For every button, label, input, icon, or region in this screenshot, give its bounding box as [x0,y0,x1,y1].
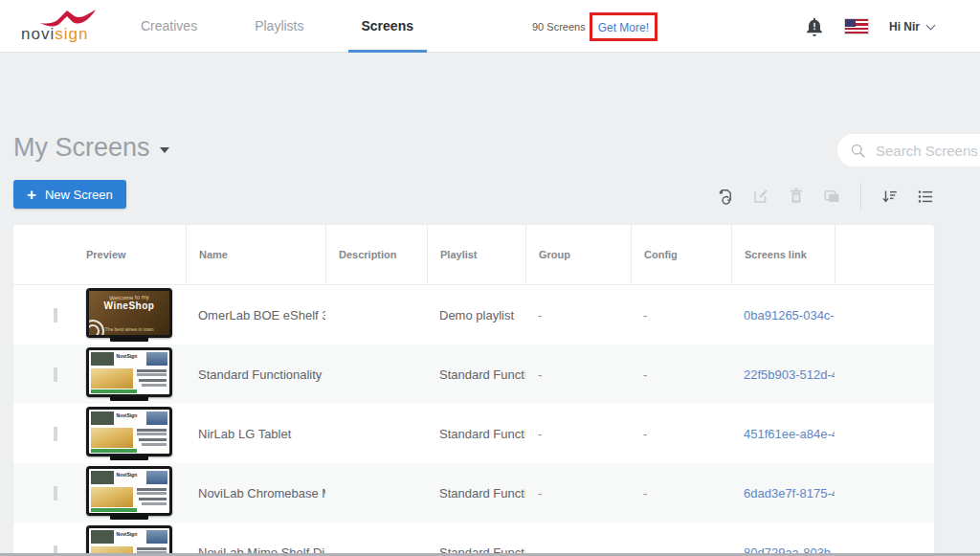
screen-playlist: Standard Function… [427,367,525,382]
new-screen-label: New Screen [45,188,113,202]
table-row[interactable]: Welcome to my WineShop The best wines in… [13,285,934,345]
column-header-extra [835,225,934,284]
screen-group: - [525,427,631,441]
table-toolbar [717,183,934,210]
screen-playlist: Standard Function… [427,486,525,500]
row-checkbox[interactable] [54,427,57,441]
screen-name: NoviLab Chromebase Mini [186,486,325,500]
page-title-dropdown[interactable]: My Screens [13,133,169,163]
table-header: Preview Name Description Playlist Group … [13,225,934,285]
tv-stand [110,515,148,520]
search-input[interactable] [876,143,980,159]
list-view-icon[interactable] [917,188,934,205]
column-header-name[interactable]: Name [186,225,325,284]
screen-preview-thumbnail[interactable]: NoviSign [86,466,172,520]
page-title: My Screens [13,133,150,163]
row-checkbox[interactable] [54,486,57,500]
screen-link[interactable]: 451f61ee-a84e-4cf… [744,427,835,441]
tv-frame: NoviSign [86,466,172,516]
toolbar-divider [860,183,861,210]
get-more-link[interactable]: Get More! [598,21,649,34]
tab-creatives[interactable]: Creatives [127,0,211,53]
tv-stand [110,456,148,460]
column-header-screens-link[interactable]: Screens link [731,225,835,284]
table-row[interactable]: NoviSign Standard Functionality Pla… Sta… [13,345,934,404]
standard-slide: NoviSign [89,350,169,394]
column-header-preview[interactable]: Preview [13,225,186,284]
tv-frame: NoviSign [86,347,172,397]
top-right-cluster: Hi Nir [805,0,934,53]
screen-config: - [631,486,731,500]
tv-frame: NoviSign [86,525,172,556]
screens-quota: 90 Screens Get More! [532,0,657,53]
novisign-logo[interactable]: novisign [21,6,109,48]
screen-name: OmerLab BOE eShelf 35 di… [186,308,325,322]
column-header-playlist[interactable]: Playlist [427,225,525,284]
table-row[interactable]: NoviSign NirLab LG Tablet Standard Funct… [13,404,934,463]
screen-link[interactable]: 22f5b903-512d-4b… [744,367,835,382]
screen-config: - [631,308,731,322]
logo-text: novisign [21,25,88,44]
screen-group: - [525,486,631,500]
delete-icon[interactable] [788,188,805,205]
tv-frame: Welcome to my WineShop The best wines in… [86,288,172,338]
screens-table: Preview Name Description Playlist Group … [13,225,934,556]
screen-preview-thumbnail[interactable]: NoviSign [86,407,172,460]
row-checkbox[interactable] [54,367,57,382]
table-row[interactable]: NoviSign NoviLab Chromebase Mini Standar… [13,463,934,523]
screen-preview-thumbnail[interactable]: NoviSign [86,347,172,401]
screen-group: - [525,308,631,322]
wifi-arcs-decoration [89,320,104,335]
title-caret-icon [160,147,169,153]
screen-preview-thumbnail[interactable]: Welcome to my WineShop The best wines in… [86,288,172,342]
get-more-annotation-box: Get More! [590,12,657,41]
search-box [837,134,980,167]
screen-playlist: Standard Function… [427,427,525,441]
screen-group: - [525,367,631,382]
flag-canton [845,19,856,27]
tv-frame: NoviSign [86,407,172,456]
top-navbar: novisign CreativesPlaylistsScreens 90 Sc… [0,0,980,53]
screen-config: - [631,427,731,441]
screen-name: Standard Functionality Pla… [186,367,325,382]
search-icon [850,143,866,159]
sort-icon[interactable] [881,188,899,205]
user-menu[interactable]: Hi Nir [889,20,934,33]
screens-count: 90 Screens [532,21,586,33]
language-flag-icon[interactable] [845,19,868,33]
tv-stand [110,337,148,342]
nav-tabs: CreativesPlaylistsScreens [127,0,457,53]
column-header-description[interactable]: Description [325,225,427,284]
content-area: My Screens + New Screen [0,53,980,556]
table-body: Welcome to my WineShop The best wines in… [13,285,934,556]
new-screen-button[interactable]: + New Screen [13,180,126,209]
standard-slide: NoviSign [89,469,169,513]
screen-preview-thumbnail[interactable]: NoviSign [86,525,172,556]
edit-icon[interactable] [752,188,769,205]
tab-playlists[interactable]: Playlists [241,0,317,53]
notifications-bell-icon[interactable] [805,16,824,37]
duplicate-icon[interactable] [823,188,840,205]
chevron-down-icon [926,20,936,30]
screen-link[interactable]: 0ba91265-034c-4a… [744,308,835,322]
standard-slide: NoviSign [89,528,169,556]
table-row[interactable]: NoviSign NoviLab Mimo Shelf Display Stan… [13,523,934,556]
screen-link[interactable]: 6dad3e7f-8175-41… [744,486,835,500]
user-greeting: Hi Nir [889,20,920,33]
row-checkbox[interactable] [54,308,57,322]
tv-stand [110,396,148,401]
column-header-config[interactable]: Config [631,225,731,284]
screen-name: NirLab LG Tablet [186,427,325,441]
screen-playlist: Demo playlist [427,308,525,322]
screen-config: - [631,367,731,382]
screens-page: novisign CreativesPlaylistsScreens 90 Sc… [0,0,980,556]
standard-slide: NoviSign [89,410,169,454]
wineshop-slide: Welcome to my WineShop The best wines in… [89,291,169,335]
column-header-group[interactable]: Group [525,225,631,284]
transfer-screen-icon[interactable] [717,188,734,205]
tab-screens[interactable]: Screens [348,0,427,53]
plus-icon: + [27,187,36,203]
